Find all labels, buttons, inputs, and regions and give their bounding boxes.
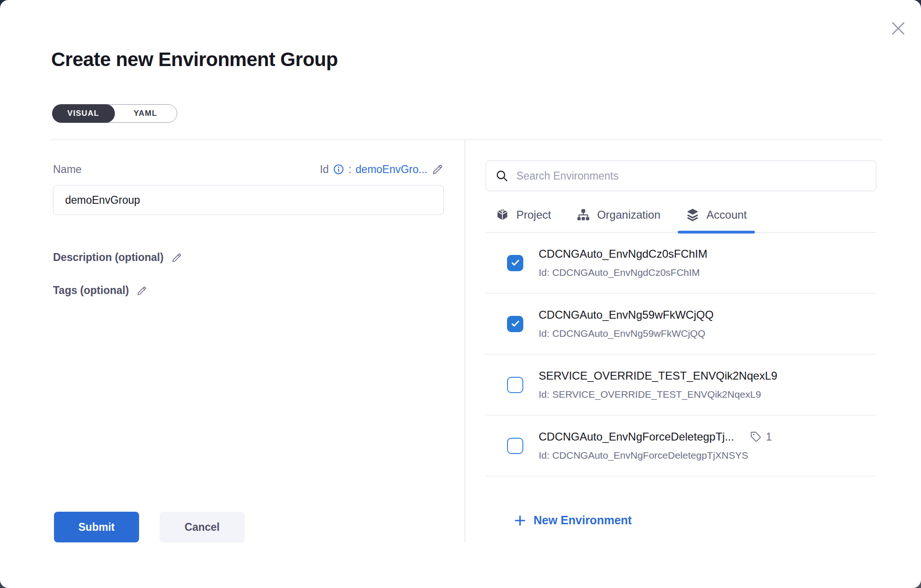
org-chart-icon bbox=[576, 208, 590, 222]
environment-checkbox[interactable] bbox=[507, 377, 523, 393]
environment-list-item[interactable]: CDCNGAuto_EnvNg59wFkWCjQQ Id: CDCNGAuto_… bbox=[486, 294, 876, 354]
environment-checkbox[interactable] bbox=[507, 438, 523, 454]
form-pane: Name Id : demoEnvGro... Description (opt… bbox=[53, 160, 444, 297]
tab-account[interactable]: Account bbox=[686, 208, 747, 232]
environment-text: CDCNGAuto_EnvNg59wFkWCjQQ Id: CDCNGAuto_… bbox=[539, 308, 876, 339]
new-environment-label: New Environment bbox=[534, 514, 632, 527]
tags-section: Tags (optional) bbox=[53, 284, 444, 297]
create-environment-group-modal: Create new Environment Group VISUAL YAML… bbox=[0, 0, 921, 588]
environment-name: SERVICE_OVERRIDE_TEST_ENVQik2NqexL9 bbox=[539, 369, 777, 382]
close-icon bbox=[888, 18, 909, 39]
toggle-visual[interactable]: VISUAL bbox=[52, 104, 115, 123]
environment-id: Id: CDCNGAuto_EnvNgdCz0sFChIM bbox=[539, 267, 876, 278]
name-input[interactable] bbox=[53, 185, 444, 215]
environment-picker-pane: Project Organization Account bbox=[486, 160, 876, 527]
environment-name: CDCNGAuto_EnvNgdCz0sFChIM bbox=[539, 247, 707, 261]
name-field-header: Name Id : demoEnvGro... bbox=[53, 160, 444, 178]
name-label: Name bbox=[53, 163, 81, 176]
environment-text: CDCNGAuto_EnvNgdCz0sFChIM Id: CDCNGAuto_… bbox=[539, 247, 876, 278]
tab-account-label: Account bbox=[707, 208, 747, 221]
description-label: Description (optional) bbox=[53, 251, 164, 264]
new-environment-button[interactable]: New Environment bbox=[514, 514, 632, 527]
id-label: Id bbox=[320, 163, 329, 176]
toggle-yaml[interactable]: YAML bbox=[114, 105, 177, 122]
environment-name: CDCNGAuto_EnvNgForceDeletegpTj... bbox=[539, 430, 734, 443]
pane-divider bbox=[465, 140, 465, 543]
entity-id-row: Id : demoEnvGro... bbox=[320, 163, 444, 176]
page-backdrop: Create new Environment Group VISUAL YAML… bbox=[0, 0, 921, 588]
environment-list-item[interactable]: CDCNGAuto_EnvNgForceDeletegpTj... 1 Id: … bbox=[486, 415, 876, 476]
submit-button[interactable]: Submit bbox=[54, 512, 139, 542]
edit-tags-button[interactable] bbox=[136, 285, 147, 296]
search-environments-input[interactable] bbox=[516, 170, 867, 182]
environment-id: Id: CDCNGAuto_EnvNgForceDeletegpTjXNSYS bbox=[539, 450, 876, 461]
tab-organization-label: Organization bbox=[597, 208, 661, 221]
cube-icon bbox=[495, 208, 509, 222]
header-divider bbox=[51, 140, 882, 140]
environment-list-item[interactable]: SERVICE_OVERRIDE_TEST_ENVQik2NqexL9 Id: … bbox=[486, 354, 876, 415]
tab-project-label: Project bbox=[516, 208, 551, 221]
tab-organization[interactable]: Organization bbox=[576, 208, 661, 232]
plus-icon bbox=[514, 514, 527, 527]
environment-tags: 1 bbox=[750, 430, 772, 443]
tag-icon bbox=[750, 431, 762, 443]
page-title: Create new Environment Group bbox=[51, 48, 338, 71]
environment-list: CDCNGAuto_EnvNgdCz0sFChIM Id: CDCNGAuto_… bbox=[486, 233, 876, 489]
tag-count: 1 bbox=[766, 430, 772, 443]
edit-id-button[interactable] bbox=[432, 163, 444, 175]
layers-icon bbox=[686, 208, 700, 222]
environment-checkbox[interactable] bbox=[507, 316, 523, 332]
environment-list-item[interactable]: CDCNGAuto_EnvNgdCz0sFChIM Id: CDCNGAuto_… bbox=[486, 233, 876, 294]
scope-tabs: Project Organization Account bbox=[486, 208, 876, 233]
environment-text: SERVICE_OVERRIDE_TEST_ENVQik2NqexL9 Id: … bbox=[539, 369, 876, 400]
visual-yaml-toggle: VISUAL YAML bbox=[52, 104, 177, 123]
environment-checkbox[interactable] bbox=[507, 255, 523, 271]
description-section: Description (optional) bbox=[53, 251, 444, 264]
close-button[interactable] bbox=[888, 18, 909, 39]
search-box bbox=[486, 160, 876, 191]
modal-actions: Submit Cancel bbox=[54, 512, 245, 542]
id-separator: : bbox=[348, 163, 351, 176]
environment-name: CDCNGAuto_EnvNg59wFkWCjQQ bbox=[539, 308, 714, 321]
entity-id-value[interactable]: demoEnvGro... bbox=[355, 163, 427, 176]
tab-project[interactable]: Project bbox=[495, 208, 551, 232]
cancel-button[interactable]: Cancel bbox=[160, 512, 245, 542]
environment-text: CDCNGAuto_EnvNgForceDeletegpTj... 1 Id: … bbox=[539, 430, 876, 461]
info-icon[interactable] bbox=[333, 164, 344, 175]
edit-description-button[interactable] bbox=[171, 252, 182, 263]
environment-id: Id: SERVICE_OVERRIDE_TEST_ENVQik2NqexL9 bbox=[539, 389, 876, 400]
tags-label: Tags (optional) bbox=[53, 284, 129, 297]
environment-id: Id: CDCNGAuto_EnvNg59wFkWCjQQ bbox=[539, 328, 876, 339]
search-icon bbox=[495, 169, 508, 182]
